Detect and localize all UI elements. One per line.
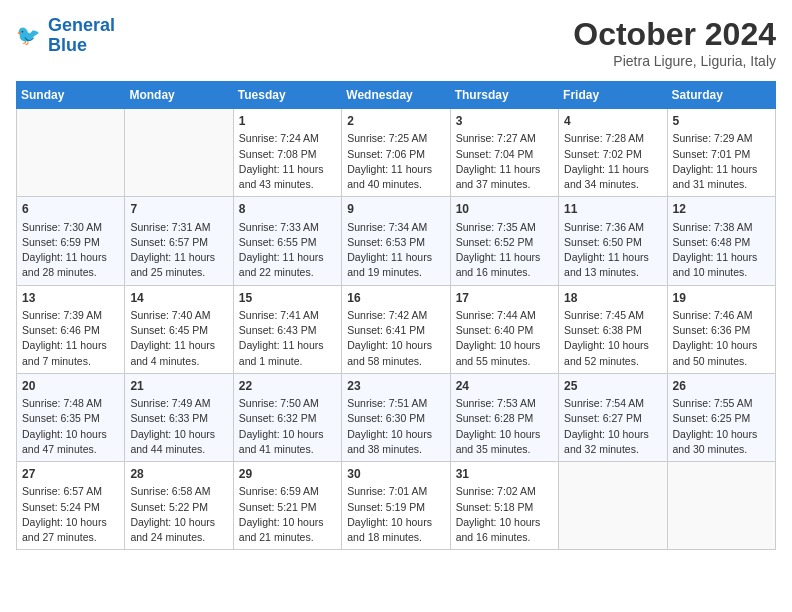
calendar-cell <box>125 109 233 197</box>
sunrise-text: Sunrise: 7:42 AM <box>347 308 444 323</box>
day-number: 26 <box>673 378 770 395</box>
calendar-cell: 21Sunrise: 7:49 AMSunset: 6:33 PMDayligh… <box>125 373 233 461</box>
calendar-cell: 18Sunrise: 7:45 AMSunset: 6:38 PMDayligh… <box>559 285 667 373</box>
sunrise-text: Sunrise: 7:36 AM <box>564 220 661 235</box>
week-row-5: 27Sunrise: 6:57 AMSunset: 5:24 PMDayligh… <box>17 462 776 550</box>
day-number: 11 <box>564 201 661 218</box>
calendar-cell: 13Sunrise: 7:39 AMSunset: 6:46 PMDayligh… <box>17 285 125 373</box>
day-number: 13 <box>22 290 119 307</box>
daylight-text: Daylight: 11 hours and 43 minutes. <box>239 162 336 192</box>
day-number: 31 <box>456 466 553 483</box>
calendar-cell: 7Sunrise: 7:31 AMSunset: 6:57 PMDaylight… <box>125 197 233 285</box>
page-header: 🐦 General Blue October 2024 Pietra Ligur… <box>16 16 776 69</box>
day-number: 12 <box>673 201 770 218</box>
calendar-cell: 28Sunrise: 6:58 AMSunset: 5:22 PMDayligh… <box>125 462 233 550</box>
sunset-text: Sunset: 6:45 PM <box>130 323 227 338</box>
calendar-table: SundayMondayTuesdayWednesdayThursdayFrid… <box>16 81 776 550</box>
week-row-3: 13Sunrise: 7:39 AMSunset: 6:46 PMDayligh… <box>17 285 776 373</box>
daylight-text: Daylight: 10 hours and 32 minutes. <box>564 427 661 457</box>
calendar-cell: 6Sunrise: 7:30 AMSunset: 6:59 PMDaylight… <box>17 197 125 285</box>
day-number: 19 <box>673 290 770 307</box>
calendar-cell: 3Sunrise: 7:27 AMSunset: 7:04 PMDaylight… <box>450 109 558 197</box>
logo-icon: 🐦 <box>16 22 44 50</box>
day-number: 8 <box>239 201 336 218</box>
column-header-sunday: Sunday <box>17 82 125 109</box>
daylight-text: Daylight: 11 hours and 1 minute. <box>239 338 336 368</box>
calendar-cell: 8Sunrise: 7:33 AMSunset: 6:55 PMDaylight… <box>233 197 341 285</box>
day-number: 4 <box>564 113 661 130</box>
calendar-cell: 14Sunrise: 7:40 AMSunset: 6:45 PMDayligh… <box>125 285 233 373</box>
day-number: 30 <box>347 466 444 483</box>
daylight-text: Daylight: 11 hours and 19 minutes. <box>347 250 444 280</box>
day-number: 10 <box>456 201 553 218</box>
day-number: 1 <box>239 113 336 130</box>
column-header-friday: Friday <box>559 82 667 109</box>
column-header-wednesday: Wednesday <box>342 82 450 109</box>
logo-text: General Blue <box>48 16 115 56</box>
title-block: October 2024 Pietra Ligure, Liguria, Ita… <box>573 16 776 69</box>
daylight-text: Daylight: 10 hours and 38 minutes. <box>347 427 444 457</box>
daylight-text: Daylight: 10 hours and 27 minutes. <box>22 515 119 545</box>
day-number: 29 <box>239 466 336 483</box>
sunrise-text: Sunrise: 7:35 AM <box>456 220 553 235</box>
week-row-2: 6Sunrise: 7:30 AMSunset: 6:59 PMDaylight… <box>17 197 776 285</box>
day-number: 7 <box>130 201 227 218</box>
calendar-cell: 22Sunrise: 7:50 AMSunset: 6:32 PMDayligh… <box>233 373 341 461</box>
daylight-text: Daylight: 11 hours and 37 minutes. <box>456 162 553 192</box>
day-number: 14 <box>130 290 227 307</box>
sunset-text: Sunset: 6:41 PM <box>347 323 444 338</box>
calendar-cell <box>667 462 775 550</box>
location: Pietra Ligure, Liguria, Italy <box>573 53 776 69</box>
day-number: 20 <box>22 378 119 395</box>
sunset-text: Sunset: 6:35 PM <box>22 411 119 426</box>
daylight-text: Daylight: 10 hours and 35 minutes. <box>456 427 553 457</box>
calendar-cell: 29Sunrise: 6:59 AMSunset: 5:21 PMDayligh… <box>233 462 341 550</box>
sunrise-text: Sunrise: 7:30 AM <box>22 220 119 235</box>
daylight-text: Daylight: 11 hours and 7 minutes. <box>22 338 119 368</box>
daylight-text: Daylight: 10 hours and 16 minutes. <box>456 515 553 545</box>
calendar-cell: 25Sunrise: 7:54 AMSunset: 6:27 PMDayligh… <box>559 373 667 461</box>
day-number: 2 <box>347 113 444 130</box>
sunrise-text: Sunrise: 7:29 AM <box>673 131 770 146</box>
calendar-cell: 5Sunrise: 7:29 AMSunset: 7:01 PMDaylight… <box>667 109 775 197</box>
sunrise-text: Sunrise: 7:55 AM <box>673 396 770 411</box>
day-number: 21 <box>130 378 227 395</box>
sunrise-text: Sunrise: 6:59 AM <box>239 484 336 499</box>
logo: 🐦 General Blue <box>16 16 115 56</box>
sunrise-text: Sunrise: 7:01 AM <box>347 484 444 499</box>
daylight-text: Daylight: 11 hours and 10 minutes. <box>673 250 770 280</box>
sunrise-text: Sunrise: 6:58 AM <box>130 484 227 499</box>
daylight-text: Daylight: 10 hours and 50 minutes. <box>673 338 770 368</box>
sunrise-text: Sunrise: 7:51 AM <box>347 396 444 411</box>
calendar-cell: 24Sunrise: 7:53 AMSunset: 6:28 PMDayligh… <box>450 373 558 461</box>
daylight-text: Daylight: 11 hours and 28 minutes. <box>22 250 119 280</box>
calendar-cell: 17Sunrise: 7:44 AMSunset: 6:40 PMDayligh… <box>450 285 558 373</box>
calendar-cell <box>17 109 125 197</box>
sunrise-text: Sunrise: 7:38 AM <box>673 220 770 235</box>
column-header-monday: Monday <box>125 82 233 109</box>
sunset-text: Sunset: 6:36 PM <box>673 323 770 338</box>
sunrise-text: Sunrise: 7:31 AM <box>130 220 227 235</box>
daylight-text: Daylight: 11 hours and 22 minutes. <box>239 250 336 280</box>
sunrise-text: Sunrise: 7:44 AM <box>456 308 553 323</box>
calendar-cell: 30Sunrise: 7:01 AMSunset: 5:19 PMDayligh… <box>342 462 450 550</box>
sunrise-text: Sunrise: 7:41 AM <box>239 308 336 323</box>
daylight-text: Daylight: 10 hours and 52 minutes. <box>564 338 661 368</box>
sunrise-text: Sunrise: 7:28 AM <box>564 131 661 146</box>
sunrise-text: Sunrise: 7:54 AM <box>564 396 661 411</box>
calendar-cell: 12Sunrise: 7:38 AMSunset: 6:48 PMDayligh… <box>667 197 775 285</box>
daylight-text: Daylight: 11 hours and 34 minutes. <box>564 162 661 192</box>
column-header-saturday: Saturday <box>667 82 775 109</box>
sunrise-text: Sunrise: 7:33 AM <box>239 220 336 235</box>
sunset-text: Sunset: 6:55 PM <box>239 235 336 250</box>
sunrise-text: Sunrise: 7:02 AM <box>456 484 553 499</box>
sunset-text: Sunset: 7:06 PM <box>347 147 444 162</box>
day-number: 5 <box>673 113 770 130</box>
day-number: 3 <box>456 113 553 130</box>
sunset-text: Sunset: 6:53 PM <box>347 235 444 250</box>
sunset-text: Sunset: 6:50 PM <box>564 235 661 250</box>
calendar-cell: 9Sunrise: 7:34 AMSunset: 6:53 PMDaylight… <box>342 197 450 285</box>
sunrise-text: Sunrise: 7:48 AM <box>22 396 119 411</box>
calendar-cell: 11Sunrise: 7:36 AMSunset: 6:50 PMDayligh… <box>559 197 667 285</box>
sunrise-text: Sunrise: 7:34 AM <box>347 220 444 235</box>
